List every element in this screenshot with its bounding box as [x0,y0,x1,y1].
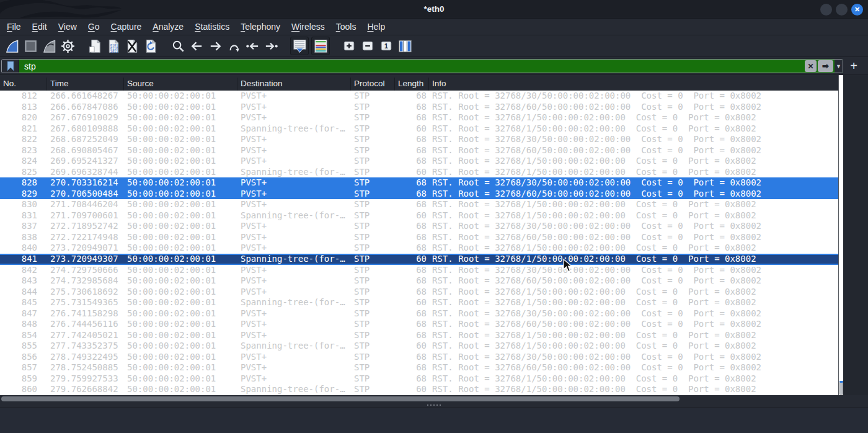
start-capture-button[interactable] [2,37,21,55]
packet-row-825[interactable]: 825269.69632874450:00:00:02:00:01Spannin… [0,167,838,178]
column-header-length[interactable]: Length [395,78,429,91]
packet-row-845[interactable]: 845275.73154936550:00:00:02:00:01Spannin… [0,297,838,308]
open-capture-file-button[interactable] [86,37,104,55]
go-forward-button[interactable] [206,37,224,55]
menu-edit[interactable]: Edit [27,19,53,35]
go-back-button[interactable] [187,37,206,55]
packet-row-837[interactable]: 837272.71895274250:00:00:02:00:01PVST+ST… [0,221,838,232]
window-controls: ✕ [820,4,863,16]
cell-time: 266.667847086 [47,102,124,113]
close-button[interactable]: ✕ [851,4,863,16]
packet-row-847[interactable]: 847276.74115829850:00:00:02:00:01PVST+ST… [0,308,838,319]
menu-go[interactable]: Go [82,19,105,35]
find-packet-button[interactable] [169,37,187,55]
packet-row-844[interactable]: 844275.73061869250:00:00:02:00:01PVST+ST… [0,287,838,298]
packet-row-859[interactable]: 859279.75992753350:00:00:02:00:01PVST+ST… [0,373,838,385]
cell-source: 50:00:00:02:00:01 [124,102,237,113]
menu-analyze[interactable]: Analyze [147,19,189,35]
go-to-packet-button[interactable] [224,37,243,55]
zoom-out-button[interactable] [358,37,377,55]
packet-row-821[interactable]: 821267.68010988850:00:00:02:00:01Spannin… [0,123,838,135]
column-header-info[interactable]: Info [429,78,838,91]
restart-capture-button[interactable] [40,37,58,55]
stop-capture-button[interactable] [21,37,40,55]
minimize-button[interactable] [820,4,832,16]
filter-clear-button[interactable]: ✕ [805,60,817,72]
menu-view[interactable]: View [53,19,82,35]
menu-help[interactable]: Help [361,19,391,35]
packet-row-855[interactable]: 855277.74335237550:00:00:02:00:01Spannin… [0,341,838,352]
cell-length: 68 [395,308,429,319]
filter-input[interactable]: stp ✕ ➡ ▼ [19,60,843,73]
pane-splitter[interactable] [0,403,868,408]
save-capture-file-button[interactable]: 010101101011 [104,37,123,55]
packet-row-820[interactable]: 820267.67691002950:00:00:02:00:01PVST+ST… [0,112,838,123]
packet-row-854[interactable]: 854277.74240502150:00:00:02:00:01PVST+ST… [0,330,838,341]
vertical-scrollbar[interactable] [838,75,843,395]
packet-row-812[interactable]: 812266.66164826750:00:00:02:00:01PVST+ST… [0,91,838,102]
filter-bookmark-button[interactable] [2,60,19,73]
packet-row-848[interactable]: 848276.74445611650:00:00:02:00:01PVST+ST… [0,319,838,330]
packet-row-813[interactable]: 813266.66784708650:00:00:02:00:01PVST+ST… [0,102,838,113]
packet-row-830[interactable]: 830271.70844620450:00:00:02:00:01PVST+ST… [0,199,838,210]
add-filter-button[interactable]: + [847,59,861,73]
menu-statistics[interactable]: Statistics [189,19,235,35]
packet-row-838[interactable]: 838272.72217494850:00:00:02:00:01PVST+ST… [0,232,838,243]
horizontal-scrollbar-thumb[interactable] [1,396,680,401]
menu-capture[interactable]: Capture [105,19,148,35]
go-forward-icon [208,38,223,54]
reload-capture-file-button[interactable] [141,37,160,55]
colorize-packets-button[interactable] [311,37,330,55]
cell-no: 820 [0,112,47,123]
packet-row-857[interactable]: 857278.75245088550:00:00:02:00:01PVST+ST… [0,362,838,373]
cell-time: 271.709700601 [47,210,124,221]
titlebar: *eth0 ✕ [0,0,868,19]
cell-info: RST. Root = 32768/60/50:00:00:02:00:00 C… [429,275,838,287]
auto-scroll-button[interactable] [290,37,309,55]
cell-info: RST. Root = 32768/1/50:00:00:02:00:00 Co… [429,384,838,395]
menu-tools[interactable]: Tools [330,19,362,35]
packet-row-843[interactable]: 843274.73298568450:00:00:02:00:01PVST+ST… [0,275,838,287]
maximize-button[interactable] [836,4,848,16]
column-header-time[interactable]: Time [47,78,124,91]
packet-row-831[interactable]: 831271.70970060150:00:00:02:00:01Spannin… [0,210,838,221]
packet-row-823[interactable]: 823268.69080546750:00:00:02:00:01PVST+ST… [0,145,838,156]
packet-row-841[interactable]: 841273.72094930750:00:00:02:00:01Spannin… [0,254,838,265]
zoom-in-button[interactable] [340,37,358,55]
cell-info: RST. Root = 32768/1/50:00:00:02:00:00 Co… [429,112,838,123]
filter-apply-button[interactable]: ➡ [818,60,833,72]
menu-wireless[interactable]: Wireless [286,19,330,35]
cell-info: RST. Root = 32768/60/50:00:00:02:00:00 C… [429,232,838,243]
wireshark-window: *eth0 ✕ FileEditViewGoCaptureAnalyzeStat… [0,0,868,433]
cell-no: 857 [0,362,47,373]
packet-row-840[interactable]: 840273.72094907150:00:00:02:00:01PVST+ST… [0,243,838,254]
close-capture-file-button[interactable] [123,37,141,55]
packet-row-829[interactable]: 829270.70650048450:00:00:02:00:01PVST+ST… [0,189,838,200]
resize-columns-button[interactable] [396,37,414,55]
column-header-source[interactable]: Source [124,78,237,91]
cell-destination: PVST+ [237,199,351,210]
capture-options-button[interactable] [58,37,77,55]
close-capture-file-icon [125,38,140,54]
zoom-original-button[interactable]: 1 [377,37,396,55]
column-header-destination[interactable]: Destination [237,78,351,91]
menu-file[interactable]: File [1,19,27,35]
cell-time: 267.680109888 [47,123,124,135]
cell-info: RST. Root = 32768/1/50:00:00:02:00:00 Co… [429,167,838,178]
horizontal-scrollbar[interactable] [0,395,868,403]
cell-time: 270.706500484 [47,189,124,200]
packet-row-842[interactable]: 842274.72975066650:00:00:02:00:01PVST+ST… [0,265,838,276]
packet-row-860[interactable]: 860279.76266884250:00:00:02:00:01Spannin… [0,384,838,395]
go-first-packet-button[interactable] [243,37,262,55]
menu-telephony[interactable]: Telephony [235,19,286,35]
packet-row-856[interactable]: 856278.74932249550:00:00:02:00:01PVST+ST… [0,352,838,363]
packet-row-822[interactable]: 822268.68725204950:00:00:02:00:01PVST+ST… [0,134,838,145]
packet-list: 812266.66164826750:00:00:02:00:01PVST+ST… [0,91,838,395]
column-header-no[interactable]: No. [0,78,47,91]
filter-dropdown-caret[interactable]: ▼ [835,60,843,73]
go-last-packet-button[interactable] [262,37,280,55]
cell-source: 50:00:00:02:00:01 [124,319,237,330]
packet-row-824[interactable]: 824269.69524132750:00:00:02:00:01PVST+ST… [0,156,838,167]
packet-row-828[interactable]: 828270.70331621450:00:00:02:00:01PVST+ST… [0,177,838,189]
column-header-protocol[interactable]: Protocol [351,78,395,91]
